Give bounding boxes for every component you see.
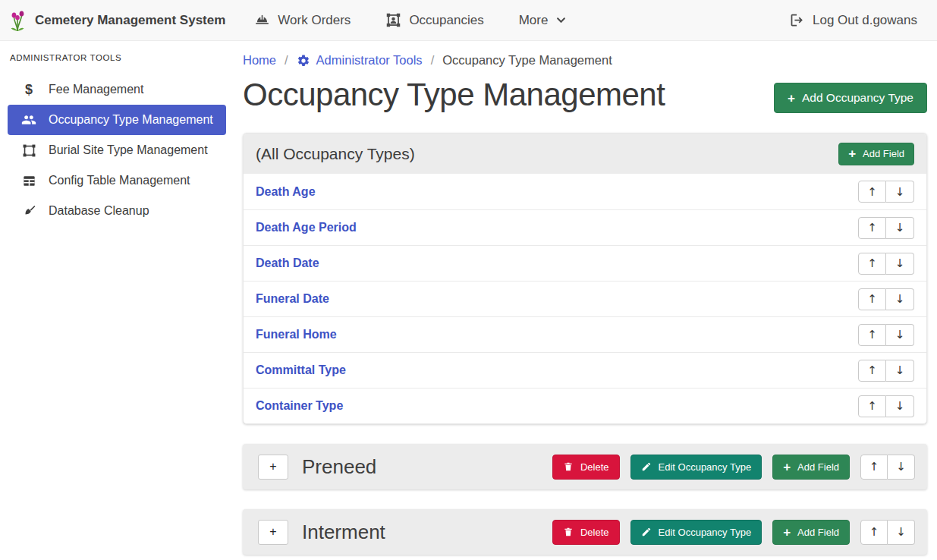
arrow-up-icon: ↑ <box>867 399 877 413</box>
add-field-button[interactable]: + Add Field <box>772 455 850 480</box>
field-row: Container Type ↑ ↓ <box>244 388 926 423</box>
plus-icon: + <box>783 526 791 539</box>
move-up-button[interactable]: ↑ <box>860 455 888 480</box>
users-icon <box>20 112 38 127</box>
plus-icon: + <box>788 92 795 105</box>
move-up-button[interactable]: ↑ <box>858 253 886 275</box>
arrow-up-icon: ↑ <box>867 256 877 270</box>
move-up-button[interactable]: ↑ <box>858 181 886 203</box>
nav-work-orders-label: Work Orders <box>278 13 351 28</box>
app-title: Cemetery Management System <box>35 13 225 28</box>
logout-button[interactable]: Log Out d.gowans <box>789 12 917 28</box>
delete-button[interactable]: Delete <box>552 455 620 480</box>
field-link[interactable]: Death Date <box>256 256 319 270</box>
breadcrumb-admin-tools[interactable]: Administrator Tools <box>297 53 423 68</box>
arrow-up-icon: ↑ <box>869 525 879 539</box>
nav-occupancies-label: Occupancies <box>409 13 483 28</box>
delete-button[interactable]: Delete <box>552 520 620 545</box>
reorder-buttons: ↑ ↓ <box>858 324 914 346</box>
nav-more[interactable]: More <box>519 13 568 28</box>
move-up-button[interactable]: ↑ <box>858 360 886 382</box>
add-field-label: Add Field <box>863 148 904 159</box>
move-down-button[interactable]: ↓ <box>886 324 914 346</box>
reorder-buttons: ↑ ↓ <box>858 395 914 417</box>
arrow-up-icon: ↑ <box>867 363 877 377</box>
field-row: Death Age ↑ ↓ <box>244 174 926 209</box>
vector-square-icon <box>20 143 38 158</box>
move-up-button[interactable]: ↑ <box>858 324 886 346</box>
arrow-down-icon: ↓ <box>895 185 905 199</box>
move-down-button[interactable]: ↓ <box>886 360 914 382</box>
field-row: Death Date ↑ ↓ <box>244 245 926 281</box>
all-occupancy-types-card: (All Occupancy Types) + Add Field Death … <box>243 133 927 424</box>
nav-work-orders[interactable]: Work Orders <box>254 12 351 28</box>
section-title: Interment <box>302 521 542 544</box>
pencil-icon <box>641 461 652 472</box>
pencil-icon <box>641 527 652 537</box>
arrow-up-icon: ↑ <box>867 292 877 306</box>
move-up-button[interactable]: ↑ <box>858 217 886 239</box>
arrow-down-icon: ↓ <box>895 328 905 341</box>
arrow-down-icon: ↓ <box>895 292 905 306</box>
edit-occupancy-type-button[interactable]: Edit Occupancy Type <box>630 455 762 480</box>
sidebar-item-label: Burial Site Type Management <box>49 143 208 157</box>
edit-occupancy-type-button[interactable]: Edit Occupancy Type <box>630 520 762 545</box>
sidebar-item-occupancy-type-management[interactable]: Occupancy Type Management <box>8 105 226 135</box>
field-link[interactable]: Funeral Date <box>256 292 329 306</box>
add-field-label: Add Field <box>797 527 839 538</box>
field-link[interactable]: Container Type <box>256 399 343 413</box>
arrow-up-icon: ↑ <box>869 460 879 473</box>
move-down-button[interactable]: ↓ <box>886 181 914 203</box>
move-down-button[interactable]: ↓ <box>886 253 914 275</box>
section-title: Preneed <box>302 455 542 479</box>
reorder-buttons: ↑ ↓ <box>858 360 914 382</box>
chevron-down-icon <box>555 14 567 26</box>
breadcrumb-separator: / <box>431 53 435 68</box>
expand-button[interactable]: + <box>258 520 288 545</box>
move-up-button[interactable]: ↑ <box>860 520 888 545</box>
arrow-up-icon: ↑ <box>867 328 877 341</box>
sidebar-item-burial-site-type-management[interactable]: Burial Site Type Management <box>8 135 226 165</box>
plus-icon: + <box>269 460 276 473</box>
move-down-button[interactable]: ↓ <box>888 455 915 480</box>
sidebar: ADMINISTRATOR TOOLS $ Fee Management Occ… <box>0 41 234 560</box>
arrow-down-icon: ↓ <box>895 399 905 413</box>
reorder-buttons: ↑ ↓ <box>858 288 914 310</box>
breadcrumb-home[interactable]: Home <box>243 53 276 68</box>
logout-label: Log Out d.gowans <box>813 13 917 28</box>
delete-label: Delete <box>580 527 609 538</box>
trash-icon <box>563 461 574 472</box>
sidebar-item-database-cleanup[interactable]: Database Cleanup <box>8 196 226 226</box>
table-icon <box>20 174 38 188</box>
breadcrumb-admin-tools-label: Administrator Tools <box>316 53 423 68</box>
move-down-button[interactable]: ↓ <box>886 217 914 239</box>
add-field-button[interactable]: + Add Field <box>772 520 850 545</box>
reorder-buttons: ↑ ↓ <box>858 217 914 239</box>
reorder-buttons: ↑ ↓ <box>858 181 914 203</box>
add-field-button[interactable]: + Add Field <box>838 143 914 165</box>
move-up-button[interactable]: ↑ <box>858 288 886 310</box>
add-occupancy-type-button[interactable]: + Add Occupancy Type <box>774 83 927 113</box>
field-link[interactable]: Death Age Period <box>256 221 357 234</box>
expand-button[interactable]: + <box>258 455 288 480</box>
move-down-button[interactable]: ↓ <box>886 395 914 417</box>
field-link[interactable]: Death Age <box>256 185 316 199</box>
move-down-button[interactable]: ↓ <box>886 288 914 310</box>
field-link[interactable]: Funeral Home <box>256 328 337 341</box>
nav-occupancies[interactable]: Occupancies <box>385 12 483 28</box>
arrow-up-icon: ↑ <box>867 185 877 199</box>
field-row: Committal Type ↑ ↓ <box>244 352 926 388</box>
move-up-button[interactable]: ↑ <box>858 395 886 417</box>
move-down-button[interactable]: ↓ <box>888 520 915 545</box>
card-title: (All Occupancy Types) <box>256 145 415 163</box>
sidebar-item-label: Fee Management <box>49 83 143 96</box>
field-link[interactable]: Committal Type <box>256 363 346 377</box>
plus-icon: + <box>269 525 276 539</box>
sidebar-item-label: Database Cleanup <box>49 204 149 218</box>
app-brand[interactable]: Cemetery Management System <box>9 9 225 32</box>
sidebar-item-fee-management[interactable]: $ Fee Management <box>8 74 226 105</box>
sidebar-item-config-table-management[interactable]: Config Table Management <box>8 165 226 196</box>
breadcrumb-current: Occupancy Type Management <box>442 53 612 68</box>
arrow-down-icon: ↓ <box>896 525 906 539</box>
tulip-logo-icon <box>9 9 26 32</box>
